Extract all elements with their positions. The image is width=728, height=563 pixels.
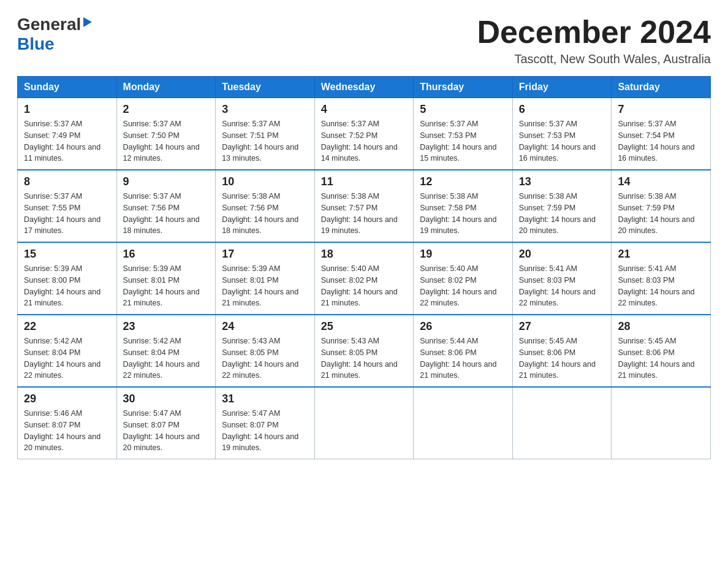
location-subtitle: Tascott, New South Wales, Australia	[477, 52, 711, 66]
day-info: Sunrise: 5:42 AMSunset: 8:04 PMDaylight:…	[24, 335, 110, 381]
day-number: 8	[24, 175, 110, 188]
day-number: 9	[123, 175, 210, 188]
calendar-cell: 3Sunrise: 5:37 AMSunset: 7:51 PMDaylight…	[216, 98, 315, 170]
calendar-cell	[314, 387, 414, 459]
calendar-cell: 12Sunrise: 5:38 AMSunset: 7:58 PMDayligh…	[414, 170, 513, 242]
calendar-cell	[414, 387, 513, 459]
day-number: 17	[222, 248, 308, 261]
calendar-table: SundayMondayTuesdayWednesdayThursdayFrid…	[17, 76, 711, 459]
calendar-cell: 2Sunrise: 5:37 AMSunset: 7:50 PMDaylight…	[116, 98, 216, 170]
logo: General Blue	[17, 15, 93, 54]
logo-blue-text: Blue	[17, 34, 55, 53]
calendar-cell: 31Sunrise: 5:47 AMSunset: 8:07 PMDayligh…	[216, 387, 315, 459]
day-info: Sunrise: 5:41 AMSunset: 8:03 PMDaylight:…	[618, 263, 704, 309]
day-info: Sunrise: 5:40 AMSunset: 8:02 PMDaylight:…	[420, 263, 506, 309]
day-info: Sunrise: 5:37 AMSunset: 7:51 PMDaylight:…	[222, 118, 308, 164]
day-number: 31	[222, 393, 308, 405]
day-info: Sunrise: 5:39 AMSunset: 8:01 PMDaylight:…	[222, 263, 308, 309]
day-info: Sunrise: 5:38 AMSunset: 7:56 PMDaylight:…	[222, 191, 308, 237]
column-header-sunday: Sunday	[18, 77, 117, 98]
calendar-cell: 10Sunrise: 5:38 AMSunset: 7:56 PMDayligh…	[216, 170, 315, 242]
column-header-tuesday: Tuesday	[216, 77, 315, 98]
day-number: 28	[618, 320, 704, 333]
calendar-cell: 8Sunrise: 5:37 AMSunset: 7:55 PMDaylight…	[18, 170, 117, 242]
logo-triangle-icon	[82, 16, 93, 31]
calendar-week-row: 22Sunrise: 5:42 AMSunset: 8:04 PMDayligh…	[18, 315, 711, 387]
day-info: Sunrise: 5:39 AMSunset: 8:00 PMDaylight:…	[24, 263, 110, 309]
day-info: Sunrise: 5:37 AMSunset: 7:53 PMDaylight:…	[420, 118, 506, 164]
day-info: Sunrise: 5:37 AMSunset: 7:55 PMDaylight:…	[24, 191, 110, 237]
day-number: 18	[321, 248, 408, 261]
calendar-week-row: 8Sunrise: 5:37 AMSunset: 7:55 PMDaylight…	[18, 170, 711, 242]
calendar-cell: 1Sunrise: 5:37 AMSunset: 7:49 PMDaylight…	[18, 98, 117, 170]
title-area: December 2024 Tascott, New South Wales, …	[477, 15, 711, 66]
day-number: 21	[618, 248, 704, 261]
day-number: 6	[519, 103, 605, 116]
day-number: 22	[24, 320, 110, 333]
day-info: Sunrise: 5:37 AMSunset: 7:56 PMDaylight:…	[123, 191, 210, 237]
day-info: Sunrise: 5:38 AMSunset: 7:59 PMDaylight:…	[519, 191, 605, 237]
calendar-cell: 16Sunrise: 5:39 AMSunset: 8:01 PMDayligh…	[116, 242, 216, 315]
day-number: 2	[123, 103, 210, 116]
day-number: 3	[222, 103, 308, 116]
day-info: Sunrise: 5:41 AMSunset: 8:03 PMDaylight:…	[519, 263, 605, 309]
day-number: 5	[420, 103, 506, 116]
calendar-cell: 15Sunrise: 5:39 AMSunset: 8:00 PMDayligh…	[18, 242, 117, 315]
day-number: 1	[24, 103, 110, 116]
calendar-cell: 11Sunrise: 5:38 AMSunset: 7:57 PMDayligh…	[314, 170, 414, 242]
calendar-cell: 14Sunrise: 5:38 AMSunset: 7:59 PMDayligh…	[612, 170, 711, 242]
day-info: Sunrise: 5:47 AMSunset: 8:07 PMDaylight:…	[123, 408, 210, 454]
day-number: 30	[123, 393, 210, 405]
column-header-monday: Monday	[116, 77, 216, 98]
calendar-cell: 29Sunrise: 5:46 AMSunset: 8:07 PMDayligh…	[18, 387, 117, 459]
column-header-saturday: Saturday	[612, 77, 711, 98]
day-info: Sunrise: 5:38 AMSunset: 7:57 PMDaylight:…	[321, 191, 408, 237]
calendar-cell: 6Sunrise: 5:37 AMSunset: 7:53 PMDaylight…	[512, 98, 612, 170]
calendar-cell: 5Sunrise: 5:37 AMSunset: 7:53 PMDaylight…	[414, 98, 513, 170]
column-header-thursday: Thursday	[414, 77, 513, 98]
day-number: 11	[321, 175, 408, 188]
day-info: Sunrise: 5:45 AMSunset: 8:06 PMDaylight:…	[519, 335, 605, 381]
day-number: 25	[321, 320, 408, 333]
calendar-cell: 13Sunrise: 5:38 AMSunset: 7:59 PMDayligh…	[512, 170, 612, 242]
day-number: 27	[519, 320, 605, 333]
day-info: Sunrise: 5:46 AMSunset: 8:07 PMDaylight:…	[24, 408, 110, 454]
calendar-cell: 7Sunrise: 5:37 AMSunset: 7:54 PMDaylight…	[612, 98, 711, 170]
day-number: 10	[222, 175, 308, 188]
day-info: Sunrise: 5:37 AMSunset: 7:50 PMDaylight:…	[123, 118, 210, 164]
day-info: Sunrise: 5:45 AMSunset: 8:06 PMDaylight:…	[618, 335, 704, 381]
day-number: 15	[24, 248, 110, 261]
calendar-cell	[512, 387, 612, 459]
calendar-cell: 28Sunrise: 5:45 AMSunset: 8:06 PMDayligh…	[612, 315, 711, 387]
calendar-cell: 22Sunrise: 5:42 AMSunset: 8:04 PMDayligh…	[18, 315, 117, 387]
calendar-cell: 21Sunrise: 5:41 AMSunset: 8:03 PMDayligh…	[612, 242, 711, 315]
day-number: 19	[420, 248, 506, 261]
day-number: 4	[321, 103, 408, 116]
day-number: 16	[123, 248, 210, 261]
calendar-cell: 25Sunrise: 5:43 AMSunset: 8:05 PMDayligh…	[314, 315, 414, 387]
column-header-friday: Friday	[512, 77, 612, 98]
calendar-cell: 27Sunrise: 5:45 AMSunset: 8:06 PMDayligh…	[512, 315, 612, 387]
day-info: Sunrise: 5:38 AMSunset: 7:58 PMDaylight:…	[420, 191, 506, 237]
day-number: 13	[519, 175, 605, 188]
day-info: Sunrise: 5:38 AMSunset: 7:59 PMDaylight:…	[618, 191, 704, 237]
day-info: Sunrise: 5:42 AMSunset: 8:04 PMDaylight:…	[123, 335, 210, 381]
day-info: Sunrise: 5:47 AMSunset: 8:07 PMDaylight:…	[222, 408, 308, 454]
day-number: 20	[519, 248, 605, 261]
day-info: Sunrise: 5:43 AMSunset: 8:05 PMDaylight:…	[222, 335, 308, 381]
day-number: 14	[618, 175, 704, 188]
day-info: Sunrise: 5:37 AMSunset: 7:49 PMDaylight:…	[24, 118, 110, 164]
day-info: Sunrise: 5:44 AMSunset: 8:06 PMDaylight:…	[420, 335, 506, 381]
calendar-cell: 18Sunrise: 5:40 AMSunset: 8:02 PMDayligh…	[314, 242, 414, 315]
day-number: 7	[618, 103, 704, 116]
day-info: Sunrise: 5:40 AMSunset: 8:02 PMDaylight:…	[321, 263, 408, 309]
day-info: Sunrise: 5:37 AMSunset: 7:52 PMDaylight:…	[321, 118, 408, 164]
calendar-cell: 30Sunrise: 5:47 AMSunset: 8:07 PMDayligh…	[116, 387, 216, 459]
calendar-week-row: 15Sunrise: 5:39 AMSunset: 8:00 PMDayligh…	[18, 242, 711, 315]
calendar-cell	[612, 387, 711, 459]
day-number: 29	[24, 393, 110, 405]
day-info: Sunrise: 5:37 AMSunset: 7:53 PMDaylight:…	[519, 118, 605, 164]
calendar-week-row: 29Sunrise: 5:46 AMSunset: 8:07 PMDayligh…	[18, 387, 711, 459]
calendar-cell: 23Sunrise: 5:42 AMSunset: 8:04 PMDayligh…	[116, 315, 216, 387]
calendar-cell: 24Sunrise: 5:43 AMSunset: 8:05 PMDayligh…	[216, 315, 315, 387]
